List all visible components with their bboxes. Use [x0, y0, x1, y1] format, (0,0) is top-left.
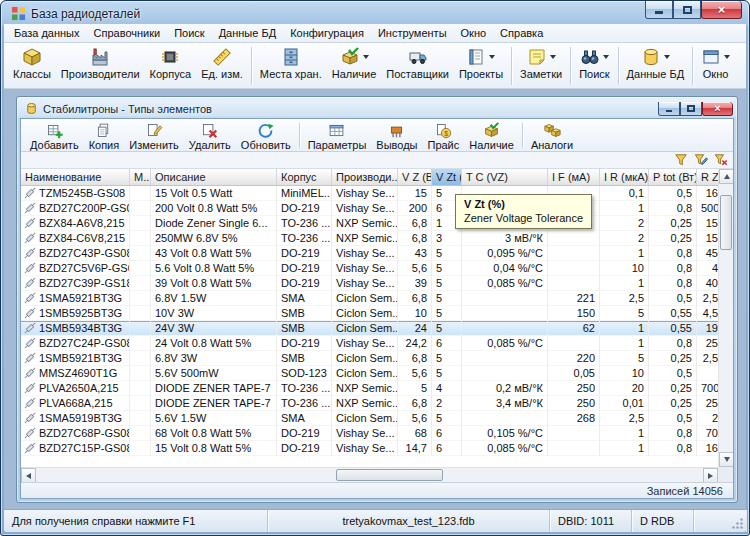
horizontal-scroll-track[interactable] [36, 468, 703, 482]
dropdown-arrow-icon[interactable] [489, 55, 495, 59]
table-row-selected[interactable]: 1SMB5934BT3G24V 3WSMBCiclon Sem...245621… [21, 321, 718, 336]
suppliers-button[interactable]: Поставщики [381, 45, 454, 87]
cell: 5 [600, 351, 649, 366]
child-title-bar[interactable]: Стабилитроны - Типы элементов × [20, 98, 734, 118]
search-button[interactable]: Поиск [574, 45, 614, 87]
dropdown-arrow-icon[interactable] [664, 55, 670, 59]
menu-item-8[interactable]: Справка [493, 25, 550, 41]
dropdown-arrow-icon[interactable] [724, 55, 730, 59]
cell: 40 [697, 276, 718, 291]
table-row[interactable]: MMSZ4690T1G5.6V 500mWSOD-123Ciclon Sem..… [21, 366, 718, 381]
packages-button[interactable]: Корпуса [145, 45, 197, 87]
units-button[interactable]: Ед. изм. [196, 45, 248, 87]
menu-item-6[interactable]: Инструменты [371, 25, 454, 41]
table-row[interactable]: PLVA2650A,215DIODE ZENER TAPE-7TO-236 ..… [21, 381, 718, 396]
table-row[interactable]: BZX84-C6V8,215250MW 6.8V 5%TO-236 ...NXP… [21, 231, 718, 246]
table-row[interactable]: 1SMB5925BT3G10V 3WSMBCiclon Sem...105150… [21, 306, 718, 321]
table-row[interactable]: BZD27C68P-GS0868 Volt 0.8 Watt 5%DO-219V… [21, 426, 718, 441]
manufacturers-button[interactable]: Производители [56, 45, 145, 87]
toolbar-button-label: Места хран. [260, 68, 322, 80]
scroll-left-button[interactable] [21, 468, 36, 482]
horizontal-scrollbar[interactable] [21, 467, 718, 482]
child-maximize-button[interactable] [680, 102, 702, 116]
notes-button[interactable]: Заметки [515, 45, 567, 87]
vertical-scroll-track[interactable] [719, 184, 733, 452]
maximize-button[interactable] [673, 1, 701, 19]
edit-button[interactable]: Изменить [124, 121, 184, 150]
menu-item-2[interactable]: Справочники [87, 25, 168, 41]
cell: 4 [432, 381, 462, 396]
table-row[interactable]: 1SMA5919BT3G5.6V 1.5WSMACiclon Sem...5,6… [21, 411, 718, 426]
refresh-button[interactable]: Обновить [236, 121, 296, 150]
dropdown-arrow-icon[interactable] [603, 55, 609, 59]
copy-button[interactable]: Копия [84, 121, 125, 150]
cell: 220 [548, 351, 600, 366]
table-row[interactable]: BZD27C39P-GS1839 Volt 0.8 Watt 5%DO-219V… [21, 276, 718, 291]
column-header-1[interactable]: Наименование [21, 169, 130, 185]
column-header-4[interactable]: Корпус [277, 169, 332, 185]
menu-item-7[interactable]: Окно [454, 25, 494, 41]
column-header-2[interactable]: М... [130, 169, 151, 185]
column-header-5[interactable]: Производи... [332, 169, 398, 185]
stock2-button[interactable]: Наличие [464, 121, 519, 150]
pins-button[interactable]: Выводы [371, 121, 422, 150]
menu-item-4[interactable]: Данные БД [212, 25, 283, 41]
price-button[interactable]: $Прайс [422, 121, 464, 150]
analogs-button[interactable]: Аналоги [526, 121, 578, 150]
vertical-scroll-thumb[interactable] [720, 195, 732, 250]
window-menu-button[interactable]: Окно [696, 45, 735, 87]
scroll-up-button[interactable] [719, 169, 733, 184]
status-db-file: tretyakovmax_test_123.fdb [342, 515, 474, 527]
column-header-6[interactable]: V Z (В) [398, 169, 432, 185]
title-bar[interactable]: База радиодеталей × [4, 1, 746, 24]
filter-custom-icon [694, 153, 708, 167]
column-header-11[interactable]: P tot (Вт) [649, 169, 697, 185]
menu-item-3[interactable]: Поиск [167, 25, 211, 41]
column-header-9[interactable]: I F (мА) [548, 169, 600, 185]
delete-button[interactable]: Удалить [184, 121, 236, 150]
classes-button[interactable]: Классы [8, 45, 56, 87]
table-row[interactable]: BZD27C15P-GS0815 Volt 0.8 Watt 5%DO-219V… [21, 441, 718, 456]
add-button[interactable]: Добавить [25, 121, 84, 150]
column-header-10[interactable]: I R (мкА) [600, 169, 649, 185]
toolbar-button-label: Удалить [189, 139, 231, 151]
vertical-scrollbar[interactable] [718, 169, 733, 467]
cell: 10 [600, 261, 649, 276]
scroll-right-button[interactable] [703, 468, 718, 482]
column-header-8[interactable]: T C (VZ) [462, 169, 548, 185]
arrow-down-icon [724, 457, 730, 462]
table-row[interactable]: BZD27C43P-GS0843 Volt 0.8 Watt 5%DO-219V… [21, 246, 718, 261]
table-row[interactable]: TZM5245B-GS0815 Volt 0.5 WattMiniMEL...V… [21, 186, 718, 201]
table-row[interactable]: PLVA668A,215DIODE ZENER TAPE-7TO-236 ...… [21, 396, 718, 411]
table-row[interactable]: BZD27C24P-GS0824 Volt 0.8 Watt 5%DO-219V… [21, 336, 718, 351]
horizontal-scroll-thumb[interactable] [336, 469, 443, 481]
table-row[interactable]: BZD27C200P-GS08200 Volt 0.8 Watt 5%DO-21… [21, 201, 718, 216]
menu-item-5[interactable]: Конфигурация [283, 25, 371, 41]
dropdown-arrow-icon[interactable] [363, 55, 369, 59]
table-row[interactable]: BZD27C5V6P-GS085.6 Volt 0.8 Watt 5%DO-21… [21, 261, 718, 276]
stock-button[interactable]: Наличие [327, 45, 382, 87]
filter-custom-button[interactable] [693, 153, 709, 168]
toolbar-separator [570, 47, 571, 85]
column-header-12[interactable]: R Z (О [697, 169, 718, 185]
table-row[interactable]: 1SMA5921BT3G6.8V 1.5WSMACiclon Sem...6,8… [21, 291, 718, 306]
resize-grip[interactable] [731, 517, 744, 530]
filter-clear-button[interactable] [713, 153, 729, 168]
minimize-button[interactable] [645, 1, 673, 19]
table-row[interactable]: 1SMB5921BT3G6.8V 3WSMBCiclon Sem...6,852… [21, 351, 718, 366]
child-minimize-button[interactable] [658, 102, 680, 116]
dropdown-arrow-icon[interactable] [550, 55, 556, 59]
storage-button[interactable]: Места хран. [255, 45, 327, 87]
dbdata-button[interactable]: Данные БД [622, 45, 689, 87]
close-button[interactable]: × [701, 1, 742, 19]
projects-button[interactable]: Проекты [454, 45, 508, 87]
params-button[interactable]: Параметры [303, 121, 372, 150]
column-header-7[interactable]: V Zt (%) [432, 169, 462, 185]
child-close-button[interactable]: × [702, 102, 733, 116]
table-row[interactable]: BZX84-A6V8,215Diode Zener Single 6...TO-… [21, 216, 718, 231]
scroll-down-button[interactable] [719, 452, 733, 467]
filter-button[interactable] [673, 153, 689, 168]
pins-icon [388, 122, 405, 139]
menu-item-1[interactable]: База данных [7, 25, 87, 41]
column-header-3[interactable]: Описание [151, 169, 277, 185]
